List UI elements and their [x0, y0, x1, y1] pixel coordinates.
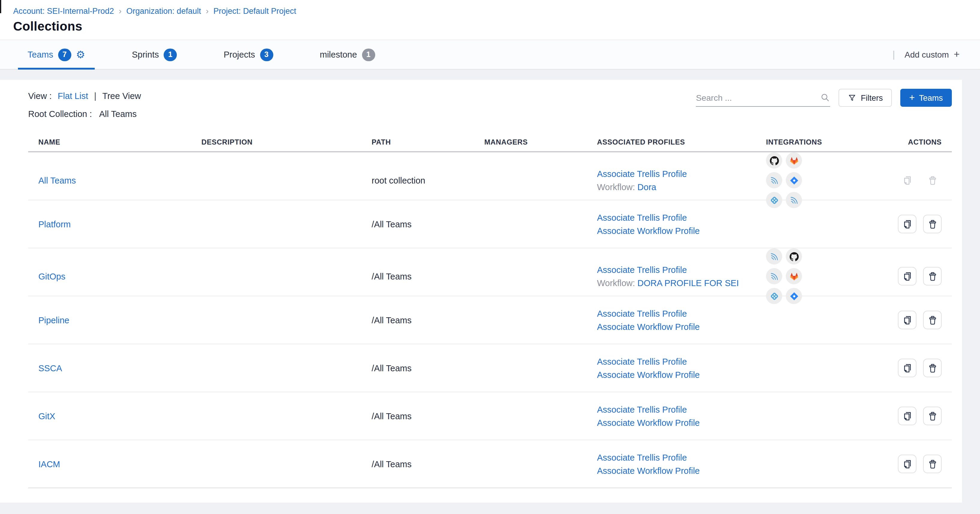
actions-cell	[883, 311, 952, 329]
associate-workflow-link[interactable]: Associate Workflow Profile	[597, 370, 700, 379]
gitlab-icon	[786, 268, 802, 284]
copy-button[interactable]	[898, 455, 916, 473]
delete-button[interactable]	[923, 407, 942, 425]
collection-link[interactable]: IACM	[38, 459, 60, 469]
page-header: Account: SEI-Internal-Prod2 › Organizati…	[0, 0, 980, 70]
delete-button	[923, 171, 942, 190]
workflow-profile-link[interactable]: Dora	[638, 182, 656, 192]
search-input[interactable]	[696, 93, 820, 102]
associate-trellis-link[interactable]: Associate Trellis Profile	[597, 212, 687, 222]
tab-milestone[interactable]: milestone 1	[310, 40, 385, 69]
table-row: GitX /All Teams Associate Trellis Profil…	[28, 392, 952, 440]
collections-page: Account: SEI-Internal-Prod2 › Organizati…	[0, 0, 980, 514]
col-header-description: DESCRIPTION	[191, 138, 361, 146]
add-teams-button[interactable]: + Teams	[900, 89, 952, 107]
view-tree-view[interactable]: Tree View	[102, 91, 141, 101]
associate-workflow-link[interactable]: Associate Workflow Profile	[597, 322, 700, 331]
copy-button[interactable]	[898, 359, 916, 377]
collection-link[interactable]: Platform	[38, 219, 71, 229]
path-cell: /All Teams	[361, 363, 474, 373]
trash-icon	[927, 175, 938, 186]
copy-button[interactable]	[898, 267, 916, 286]
add-custom-label: Add custom	[904, 50, 949, 59]
copy-icon	[902, 314, 913, 326]
trash-icon	[927, 271, 938, 282]
associate-workflow-link[interactable]: Associate Workflow Profile	[597, 226, 700, 235]
table-row: All Teams root collection Associate Trel…	[28, 152, 952, 200]
associate-trellis-link[interactable]: Associate Trellis Profile	[597, 405, 687, 414]
col-header-profiles: ASSOCIATED PROFILES	[587, 138, 756, 146]
trash-icon	[927, 410, 938, 421]
sonarqube-icon	[766, 248, 782, 265]
search-field	[696, 89, 830, 107]
breadcrumb-organization[interactable]: Organization: default	[126, 6, 201, 15]
copy-button	[898, 171, 916, 190]
table-row: IACM /All Teams Associate Trellis Profil…	[28, 440, 952, 488]
associate-trellis-link[interactable]: Associate Trellis Profile	[597, 265, 687, 275]
sidebar-edge	[0, 0, 1, 13]
copy-icon	[902, 219, 913, 230]
jira-icon	[786, 288, 802, 304]
copy-button[interactable]	[898, 407, 916, 425]
associate-trellis-link[interactable]: Associate Trellis Profile	[597, 308, 687, 318]
breadcrumb-project[interactable]: Project: Default Project	[213, 6, 296, 15]
copy-icon	[902, 458, 913, 469]
col-header-name: NAME	[28, 138, 191, 146]
actions-cell	[883, 267, 952, 286]
associate-trellis-link[interactable]: Associate Trellis Profile	[597, 453, 687, 462]
tab-projects[interactable]: Projects 3	[214, 40, 283, 69]
collections-table: NAME DESCRIPTION PATH MANAGERS ASSOCIATE…	[28, 133, 952, 488]
tab-teams[interactable]: Teams 7 ⚙	[18, 40, 95, 69]
delete-button[interactable]	[923, 311, 942, 329]
breadcrumb-account[interactable]: Account: SEI-Internal-Prod2	[13, 6, 114, 15]
delete-button[interactable]	[923, 215, 942, 233]
workflow-profile-link[interactable]: DORA PROFILE FOR SEI	[638, 278, 739, 287]
collection-link[interactable]: Pipeline	[38, 315, 69, 325]
associate-trellis-link[interactable]: Associate Trellis Profile	[597, 169, 687, 179]
path-cell: /All Teams	[361, 411, 474, 421]
tab-label: milestone	[320, 50, 357, 59]
delete-button[interactable]	[923, 267, 942, 286]
content-card: View : Flat List | Tree View Root Collec…	[0, 80, 962, 503]
root-collection-label: Root Collection :	[28, 109, 92, 119]
collection-link[interactable]: SSCA	[38, 363, 62, 373]
tab-sprints[interactable]: Sprints 1	[122, 40, 186, 69]
view-label: View :	[28, 91, 51, 101]
actions-cell	[883, 171, 952, 190]
view-flat-list[interactable]: Flat List	[57, 91, 88, 101]
copy-icon	[902, 175, 913, 186]
plus-icon: +	[909, 93, 915, 103]
integrations-cell	[756, 152, 819, 208]
trash-icon	[927, 362, 938, 374]
associate-trellis-link[interactable]: Associate Trellis Profile	[597, 356, 687, 366]
search-icon	[820, 93, 830, 102]
tab-label: Teams	[27, 50, 53, 59]
filters-button[interactable]: Filters	[838, 89, 892, 107]
col-header-path: PATH	[361, 138, 474, 146]
delete-button[interactable]	[923, 455, 942, 473]
workflow-prefix: Workflow:	[597, 278, 638, 287]
tab-label: Projects	[224, 50, 255, 59]
table-header-row: NAME DESCRIPTION PATH MANAGERS ASSOCIATE…	[28, 133, 952, 152]
actions-cell	[883, 359, 952, 377]
actions-cell	[883, 455, 952, 473]
delete-button[interactable]	[923, 359, 942, 377]
copy-button[interactable]	[898, 215, 916, 233]
gear-icon[interactable]: ⚙	[76, 49, 85, 60]
associate-workflow-link[interactable]: Associate Workflow Profile	[597, 466, 700, 475]
collection-link[interactable]: GitX	[38, 411, 55, 421]
path-cell: /All Teams	[361, 459, 474, 469]
associate-workflow-link[interactable]: Associate Workflow Profile	[597, 418, 700, 427]
collection-link[interactable]: GitOps	[38, 271, 65, 281]
divider: |	[94, 91, 97, 101]
teams-count-badge: 7	[58, 48, 71, 61]
add-custom-button[interactable]: Add custom +	[904, 49, 959, 61]
trash-icon	[927, 458, 938, 469]
diamond-grid-icon	[766, 288, 782, 304]
plus-icon: +	[954, 49, 959, 61]
jira-icon	[786, 172, 802, 188]
copy-icon	[902, 271, 913, 282]
collection-link[interactable]: All Teams	[38, 176, 76, 185]
copy-button[interactable]	[898, 311, 916, 329]
col-header-managers: MANAGERS	[474, 138, 587, 146]
